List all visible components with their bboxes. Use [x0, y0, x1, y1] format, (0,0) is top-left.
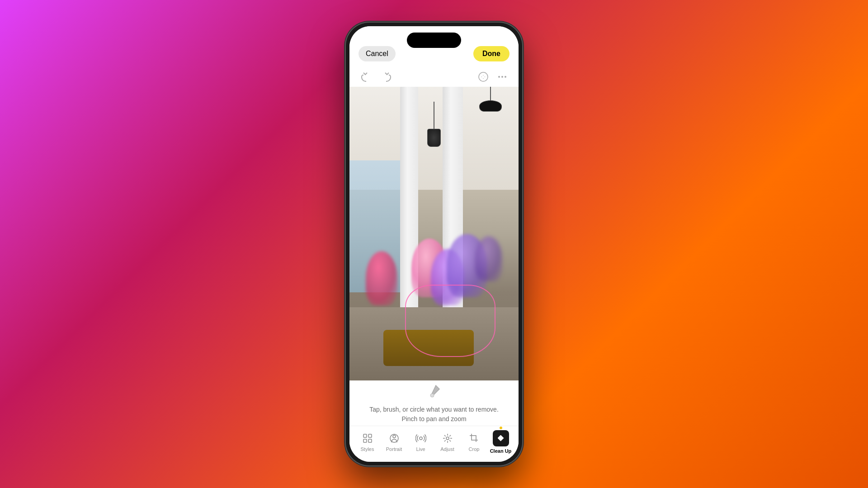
toolbar-right: [476, 70, 509, 84]
svg-point-1: [498, 76, 500, 78]
svg-point-4: [430, 394, 434, 397]
people-area: [358, 160, 510, 322]
person-5: [475, 236, 502, 282]
live-icon: [415, 432, 427, 445]
svg-point-0: [479, 72, 488, 81]
tab-adjust[interactable]: Adjust: [435, 432, 460, 452]
svg-point-12: [446, 437, 449, 440]
adjust-icon: [441, 432, 454, 445]
tab-live[interactable]: Live: [409, 432, 433, 452]
tab-cleanup[interactable]: Clean Up: [489, 430, 513, 454]
svg-point-11: [420, 437, 422, 440]
undo-button[interactable]: [359, 70, 373, 84]
svg-rect-8: [368, 439, 372, 442]
svg-point-3: [505, 76, 506, 78]
tab-crop[interactable]: Crop: [462, 432, 486, 452]
cleanup-icon: [493, 430, 509, 446]
portrait-icon: [388, 432, 401, 445]
photo-area[interactable]: [349, 87, 519, 380]
lamp-shade-right: [479, 100, 502, 112]
bottom-tabs: Styles Portrait: [349, 426, 519, 462]
svg-point-2: [501, 76, 503, 78]
tab-crop-label: Crop: [469, 446, 480, 452]
person-1: [366, 251, 397, 305]
lamp-right: [479, 87, 502, 112]
tab-portrait-label: Portrait: [386, 446, 402, 452]
instruction-area: Tap, brush, or circle what you want to r…: [349, 380, 519, 426]
crop-icon: [468, 432, 481, 445]
lamp-center: [427, 102, 441, 147]
svg-rect-7: [363, 439, 367, 442]
bottom-panel: Tap, brush, or circle what you want to r…: [349, 380, 519, 462]
instruction-text: Tap, brush, or circle what you want to r…: [369, 405, 499, 424]
svg-point-9: [393, 435, 396, 438]
more-button[interactable]: [495, 70, 509, 84]
tab-portrait[interactable]: Portrait: [382, 432, 406, 452]
lamp-cord-right: [490, 87, 491, 100]
active-dot: [500, 427, 502, 429]
toolbar-row: [349, 67, 519, 87]
toolbar-left: [359, 70, 394, 84]
lamp-shade: [427, 129, 441, 147]
cleanup-icon-wrapper: [493, 430, 509, 446]
magic-button[interactable]: [476, 70, 491, 84]
dynamic-island: [407, 33, 461, 48]
tab-styles-label: Styles: [361, 446, 374, 452]
done-button[interactable]: Done: [473, 46, 509, 61]
cafe-background: [349, 87, 519, 380]
phone-screen: Cancel Done: [349, 26, 519, 462]
phone-frame: Cancel Done: [346, 23, 522, 465]
cancel-button[interactable]: Cancel: [359, 46, 396, 61]
redo-button[interactable]: [379, 70, 394, 84]
tab-styles[interactable]: Styles: [355, 432, 380, 452]
brush-icon: [426, 383, 442, 402]
lamp-cord: [434, 102, 434, 129]
svg-rect-5: [363, 434, 367, 437]
table: [383, 330, 474, 366]
svg-rect-6: [368, 434, 372, 437]
styles-icon: [361, 432, 374, 445]
tab-cleanup-label: Clean Up: [490, 448, 512, 454]
tab-live-label: Live: [416, 446, 425, 452]
tab-adjust-label: Adjust: [440, 446, 454, 452]
